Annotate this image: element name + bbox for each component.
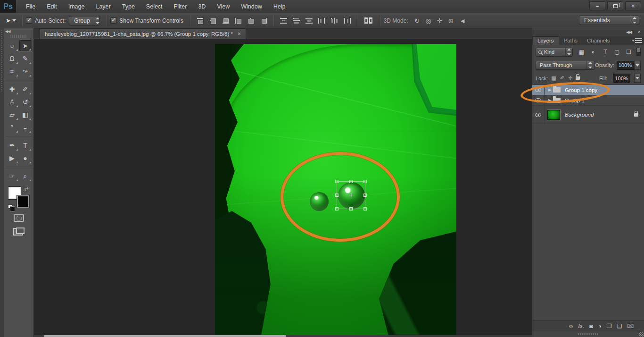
elliptical-marquee-tool[interactable]: ○ bbox=[6, 40, 19, 52]
layer-row[interactable]: Background bbox=[532, 106, 644, 124]
quick-selection-tool[interactable]: ✎ bbox=[19, 52, 32, 65]
eraser-tool[interactable]: ▱ bbox=[6, 109, 19, 121]
panel-menu-icon[interactable] bbox=[635, 38, 642, 43]
layer-row[interactable]: ▶Group 1 copy bbox=[532, 85, 644, 95]
layer-visibility-toggle[interactable] bbox=[532, 85, 545, 95]
transform-handle-e[interactable] bbox=[363, 194, 367, 197]
layer-name[interactable]: Group 1 bbox=[565, 98, 585, 103]
lock-all-icon[interactable] bbox=[576, 76, 580, 80]
panel-resize-strip[interactable] bbox=[532, 331, 644, 337]
distribute-right-edges-icon[interactable] bbox=[344, 18, 351, 24]
default-colors-icon[interactable] bbox=[8, 204, 12, 209]
distribute-bottom-edges-icon[interactable] bbox=[305, 18, 313, 24]
gradient-tool[interactable]: ◧ bbox=[19, 109, 32, 121]
auto-align-layers-icon[interactable] bbox=[364, 17, 373, 24]
swap-colors-icon[interactable]: ⇄ bbox=[24, 186, 28, 192]
menu-type[interactable]: Type bbox=[117, 1, 140, 12]
spot-healing-brush-tool[interactable]: ✚ bbox=[6, 83, 19, 95]
new-adjustment-layer-icon[interactable]: ◑ bbox=[598, 323, 601, 329]
3d-drag-icon[interactable]: ✛ bbox=[437, 17, 443, 25]
3d-rotate-icon[interactable]: ↻ bbox=[414, 17, 420, 25]
pen-tool[interactable]: ✒ bbox=[6, 139, 19, 152]
move-tool[interactable]: ➤ bbox=[19, 40, 32, 52]
new-layer-icon[interactable]: ❏ bbox=[617, 323, 622, 329]
layer-name[interactable]: Group 1 copy bbox=[565, 87, 597, 93]
brush-tool[interactable]: ✐ bbox=[19, 83, 32, 95]
lock-transparent-pixels-icon[interactable]: ▦ bbox=[551, 75, 556, 81]
menu-3d[interactable]: 3D bbox=[193, 1, 211, 12]
menu-window[interactable]: Window bbox=[236, 1, 267, 12]
align-left-edges-icon[interactable] bbox=[235, 18, 242, 24]
transform-handle-sw[interactable] bbox=[335, 207, 339, 211]
menu-filter[interactable]: Filter bbox=[169, 1, 192, 12]
3d-camera-icon[interactable]: ◄ bbox=[459, 17, 466, 25]
restore-button[interactable] bbox=[607, 1, 623, 10]
layer-visibility-toggle[interactable] bbox=[532, 106, 545, 124]
path-selection-tool[interactable]: ▶ bbox=[6, 152, 19, 164]
menu-help[interactable]: Help bbox=[268, 1, 291, 12]
3d-slide-icon[interactable]: ⊕ bbox=[448, 17, 454, 25]
filter-pixel-layers-icon[interactable]: ▦ bbox=[578, 49, 586, 55]
close-document-icon[interactable]: × bbox=[238, 31, 241, 37]
resize-grip-icon[interactable] bbox=[639, 332, 644, 337]
tab-channels[interactable]: Channels bbox=[582, 37, 615, 45]
dodge-tool[interactable]: ◒ bbox=[19, 121, 32, 134]
zoom-tool[interactable]: ⌕ bbox=[19, 170, 32, 182]
eyedropper-tool[interactable]: ✑ bbox=[19, 65, 32, 77]
blend-mode-dropdown[interactable]: Pass Through bbox=[536, 61, 595, 70]
collapse-panel-icon[interactable]: ◀◀ bbox=[5, 29, 10, 34]
tab-layers[interactable]: Layers bbox=[532, 36, 559, 45]
transform-bounding-box[interactable]: ✛ bbox=[337, 181, 365, 209]
document-tab[interactable]: hazeleyeblog_1207715981_1-cha_pata.jpg @… bbox=[40, 28, 246, 39]
history-brush-tool[interactable]: ↺ bbox=[19, 96, 32, 108]
3d-roll-icon[interactable]: ◎ bbox=[425, 17, 431, 25]
opacity-value[interactable]: 100% bbox=[617, 61, 634, 70]
transform-handle-w[interactable] bbox=[335, 194, 339, 197]
disclosure-triangle-icon[interactable]: ▶ bbox=[546, 98, 553, 102]
horizontal-scrollbar[interactable] bbox=[34, 335, 532, 337]
auto-select-target-dropdown[interactable]: Group bbox=[69, 16, 100, 25]
distribute-left-edges-icon[interactable] bbox=[318, 18, 325, 24]
menu-image[interactable]: Image bbox=[63, 1, 90, 12]
filter-smart-objects-icon[interactable]: ❏ bbox=[625, 49, 633, 55]
opacity-arrow-icon[interactable] bbox=[634, 61, 641, 70]
crop-tool[interactable]: ⌗ bbox=[6, 65, 19, 77]
filter-type-layers-icon[interactable]: T bbox=[601, 49, 609, 55]
add-layer-mask-icon[interactable]: ◙ bbox=[589, 323, 593, 329]
auto-select-checkbox[interactable] bbox=[26, 17, 32, 24]
align-horizontal-centers-icon[interactable] bbox=[248, 18, 255, 24]
align-vertical-centers-icon[interactable] bbox=[209, 18, 216, 24]
transform-handle-nw[interactable] bbox=[335, 180, 339, 183]
clone-stamp-tool[interactable]: ♙ bbox=[6, 96, 19, 108]
menu-view[interactable]: View bbox=[212, 1, 235, 12]
align-top-edges-icon[interactable] bbox=[197, 18, 204, 24]
menu-select[interactable]: Select bbox=[141, 1, 168, 12]
type-tool[interactable]: T bbox=[19, 139, 32, 152]
layer-styles-icon[interactable]: fx. bbox=[578, 323, 584, 329]
layer-name[interactable]: Background bbox=[565, 112, 594, 118]
menu-edit[interactable]: Edit bbox=[41, 1, 62, 12]
transform-handle-se[interactable] bbox=[363, 207, 367, 211]
menu-layer[interactable]: Layer bbox=[91, 1, 116, 12]
disclosure-triangle-icon[interactable]: ▶ bbox=[546, 88, 553, 92]
new-group-icon[interactable]: ❐ bbox=[607, 323, 612, 329]
show-transform-controls-checkbox[interactable] bbox=[110, 17, 116, 24]
panel-grip[interactable] bbox=[10, 35, 27, 38]
transform-handle-n[interactable] bbox=[349, 180, 353, 183]
hand-tool[interactable]: ☞ bbox=[6, 170, 19, 182]
delete-layer-icon[interactable]: ⌧ bbox=[627, 323, 634, 329]
lock-image-pixels-icon[interactable]: ✐ bbox=[560, 75, 564, 81]
transform-handle-ne[interactable] bbox=[363, 180, 367, 183]
ellipse-shape-tool[interactable]: ● bbox=[19, 152, 32, 164]
close-button[interactable]: × bbox=[625, 1, 641, 10]
layer-row[interactable]: ▶Group 1 bbox=[532, 95, 644, 106]
filter-kind-dropdown[interactable]: Kind bbox=[536, 48, 573, 57]
close-panel-icon[interactable]: × bbox=[638, 29, 640, 34]
background-color-swatch[interactable] bbox=[17, 195, 29, 208]
link-layers-icon[interactable]: ∞ bbox=[569, 323, 573, 329]
scrollbar-thumb[interactable] bbox=[44, 335, 286, 337]
filter-shape-layers-icon[interactable]: ▢ bbox=[613, 49, 621, 55]
menu-file[interactable]: File bbox=[21, 1, 41, 12]
transform-handle-s[interactable] bbox=[349, 207, 353, 211]
distribute-top-edges-icon[interactable] bbox=[280, 18, 287, 24]
